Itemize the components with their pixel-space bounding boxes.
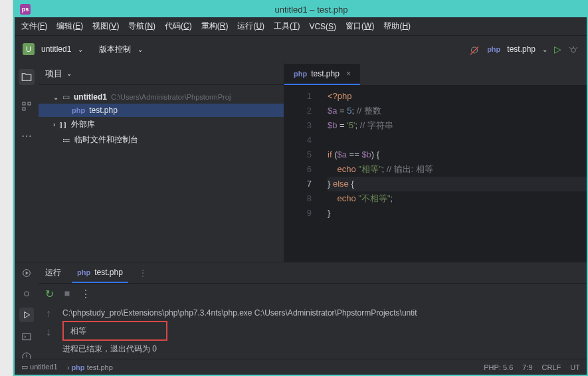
ide-window: ps untitled1 – test.php 文件(F)编辑(E)视图(V)导… — [13, 0, 588, 376]
menu-item[interactable]: 导航(N) — [128, 21, 155, 32]
breadcrumb-root[interactable]: ▭ untitled1 — [21, 363, 58, 371]
php-file-icon: php — [72, 106, 85, 114]
project-root-name: untitled1 — [74, 92, 107, 102]
run-content: 运行 php test.php ⋮ ↻ ⋮ ↑ ↓ — [39, 262, 587, 365]
console-gutter: ↑ ↓ — [39, 304, 58, 365]
menu-item[interactable]: 文件(F) — [21, 21, 47, 32]
chevron-right-icon[interactable]: › — [53, 121, 55, 128]
status-position[interactable]: 7:9 — [522, 363, 532, 371]
stop-icon[interactable] — [63, 290, 71, 298]
code-editor[interactable]: 123456789 <?php$a = 5; // 整数$b = '5'; //… — [284, 85, 587, 262]
svg-rect-20 — [65, 292, 70, 296]
run-left-rail — [15, 262, 39, 365]
status-bar: ▭ untitled1 › php test.php PHP: 5.6 7:9 … — [15, 359, 587, 375]
menu-item[interactable]: 编辑(E) — [56, 21, 83, 32]
menu-item[interactable]: 视图(V) — [92, 21, 119, 32]
structure-tool-icon[interactable] — [19, 98, 35, 114]
up-arrow-icon[interactable]: ↑ — [46, 308, 51, 320]
menu-bar: 文件(F)编辑(E)视图(V)导航(N)代码(C)重构(R)运行(U)工具(T)… — [15, 17, 587, 36]
run-label: 运行 — [45, 267, 61, 278]
tree-file-name: test.php — [89, 106, 118, 115]
chevron-down-icon[interactable]: ⌄ — [53, 94, 58, 101]
svg-rect-8 — [23, 108, 25, 110]
php-file-icon: php — [77, 268, 90, 276]
svg-line-4 — [569, 47, 571, 48]
menu-item[interactable]: 重构(R) — [201, 21, 229, 32]
project-tree[interactable]: ⌄ ▭ untitled1 C:\Users\Administrator\Php… — [39, 85, 284, 153]
php-icon: php — [487, 45, 500, 53]
tree-root[interactable]: ⌄ ▭ untitled1 C:\Users\Administrator\Php… — [39, 90, 284, 104]
svg-marker-10 — [26, 271, 29, 274]
menu-item[interactable]: 工具(T) — [274, 21, 300, 32]
chevron-down-icon[interactable]: ⌄ — [138, 46, 143, 53]
breadcrumb-file[interactable]: › php test.php — [67, 363, 113, 371]
status-encoding[interactable]: UT — [570, 363, 580, 371]
services-icon[interactable] — [21, 268, 32, 278]
down-arrow-icon[interactable]: ↓ — [46, 326, 51, 338]
svg-marker-12 — [25, 312, 30, 318]
navigation-bar: U untitled1 ⌄ 版本控制 ⌄ php test.php ⌄ ▷ — [15, 36, 587, 62]
tree-file[interactable]: php test.php — [39, 104, 284, 117]
svg-rect-6 — [23, 102, 25, 105]
project-panel-header: 项目 ⌄ — [39, 62, 284, 85]
tree-scratches[interactable]: ≔ 临时文件和控制台 — [39, 132, 284, 147]
tree-externals-label: 外部库 — [71, 119, 95, 130]
menu-item[interactable]: 运行(U) — [237, 21, 264, 32]
line-gutter: 123456789 — [284, 85, 321, 262]
run-tabs: 运行 php test.php ⋮ — [39, 262, 587, 284]
console-exit: 进程已结束，退出代码为 0 — [62, 342, 583, 355]
menu-item[interactable]: 代码(C) — [165, 21, 192, 32]
svg-point-11 — [25, 292, 29, 296]
close-icon[interactable]: × — [346, 69, 351, 78]
ide-left-strip — [0, 0, 13, 376]
run-tool-window: 运行 php test.php ⋮ ↻ ⋮ ↑ ↓ — [15, 262, 587, 365]
php-file-icon: php — [294, 70, 307, 78]
code-lines[interactable]: <?php$a = 5; // 整数$b = '5'; // 字符串 if ($… — [321, 85, 587, 262]
title-bar: ps untitled1 – test.php — [15, 1, 587, 17]
svg-line-5 — [576, 47, 577, 48]
chevron-down-icon[interactable]: ⌄ — [66, 70, 72, 77]
rerun-icon[interactable]: ↻ — [45, 288, 54, 300]
status-crlf[interactable]: CRLF — [542, 363, 561, 371]
library-icon: ⫿⫿ — [59, 120, 67, 130]
editor-tab[interactable]: php test.php × — [284, 64, 360, 85]
editor-tab-label: test.php — [311, 69, 340, 78]
bug-icon[interactable] — [21, 288, 32, 298]
folder-icon: ▭ — [62, 92, 70, 102]
left-tool-rail: ⋯ — [15, 62, 39, 262]
project-tool-icon[interactable] — [19, 69, 35, 85]
svg-point-2 — [571, 48, 576, 52]
debug-icon[interactable] — [568, 44, 579, 54]
project-root-path: C:\Users\Administrator\PhpstormProj — [111, 93, 231, 101]
scratches-icon: ≔ — [62, 136, 70, 145]
project-panel-title: 项目 — [45, 68, 62, 80]
more-tool-icon[interactable]: ⋯ — [19, 128, 35, 143]
more-actions-icon[interactable]: ⋮ — [80, 288, 91, 300]
console: ↑ ↓ C:\phpstudy_pro\Extensions\php\php7.… — [39, 304, 587, 365]
vcs-dropdown[interactable]: 版本控制 — [99, 44, 131, 55]
menu-item[interactable]: 帮助(H) — [383, 21, 411, 32]
svg-rect-13 — [23, 333, 31, 339]
run-triangle-icon[interactable] — [19, 308, 34, 322]
window-title: untitled1 – test.php — [36, 5, 587, 15]
console-output[interactable]: C:\phpstudy_pro\Extensions\php\php7.3.4n… — [58, 304, 587, 365]
run-toolbar: ↻ ⋮ — [39, 284, 587, 304]
tree-externals[interactable]: › ⫿⫿ 外部库 — [39, 117, 284, 132]
editor-tabs: php test.php × — [284, 62, 587, 85]
main-area: ⋯ 项目 ⌄ ⌄ ▭ untitled1 C:\Users\Administra… — [15, 62, 587, 262]
project-name[interactable]: untitled1 — [41, 45, 71, 54]
project-panel: 项目 ⌄ ⌄ ▭ untitled1 C:\Users\Administrato… — [39, 62, 284, 262]
menu-item[interactable]: 窗口(W) — [345, 21, 374, 32]
run-config-label[interactable]: test.php — [507, 45, 536, 54]
bug-icon[interactable] — [468, 43, 480, 55]
menu-item[interactable]: VCS(S) — [309, 22, 336, 31]
status-php[interactable]: PHP: 5.6 — [484, 363, 513, 371]
run-tab-label: test.php — [94, 268, 123, 277]
run-tab[interactable]: php test.php — [72, 262, 128, 283]
run-button[interactable]: ▷ — [554, 44, 561, 54]
terminal-icon[interactable] — [21, 331, 32, 342]
chevron-down-icon[interactable]: ⌄ — [78, 46, 83, 53]
chevron-down-icon[interactable]: ⌄ — [542, 46, 547, 53]
more-icon[interactable]: ⋮ — [139, 268, 147, 278]
editor-panel: php test.php × 123456789 <?php$a = 5; //… — [284, 62, 587, 262]
